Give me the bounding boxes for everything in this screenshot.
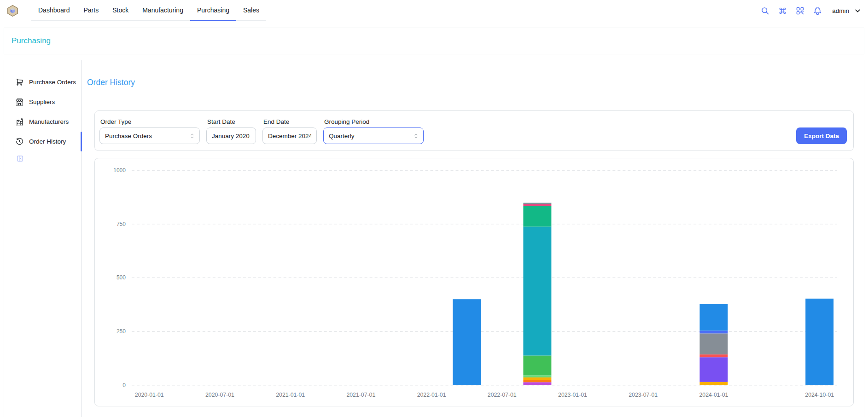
selector-icon	[413, 133, 419, 139]
bar-stack-2024-10-01[interactable]	[805, 299, 833, 385]
nav-tab-dashboard[interactable]: Dashboard	[31, 0, 77, 21]
y-tick-label: 750	[117, 221, 126, 227]
y-tick-label: 500	[117, 275, 126, 281]
content-panel: Purchase OrdersSuppliersManufacturersOrd…	[4, 60, 864, 417]
sidebar-item-order-history[interactable]: Order History	[4, 132, 81, 151]
bar-segment[interactable]	[699, 330, 728, 333]
selector-icon	[189, 133, 196, 139]
sidebar-active-indicator	[81, 132, 82, 151]
nav-tab-stock[interactable]: Stock	[105, 0, 135, 21]
grouping-period-label: Grouping Period	[324, 118, 424, 125]
bar-segment[interactable]	[699, 333, 728, 354]
sidebar-list: Purchase OrdersSuppliersManufacturersOrd…	[4, 72, 81, 151]
user-menu[interactable]: admin	[832, 7, 862, 15]
bar-stack-2022-04-01[interactable]	[453, 299, 481, 385]
sidebar-item-manufacturers[interactable]: Manufacturers	[4, 112, 81, 132]
command-icon	[778, 6, 787, 16]
divider	[87, 96, 856, 96]
start-date-input[interactable]	[206, 127, 256, 144]
order-type-select[interactable]: Purchase Orders	[99, 127, 200, 144]
bar-segment[interactable]	[453, 299, 481, 385]
bell-icon	[813, 6, 822, 16]
panel-collapse-icon	[16, 157, 24, 164]
chart-card: 025050075010002020-01-012020-07-012021-0…	[94, 158, 854, 406]
main-panel: Order History Order Type Purchase Orders…	[82, 60, 864, 417]
bar-segment[interactable]	[523, 377, 551, 380]
x-tick-label: 2023-07-01	[629, 392, 658, 398]
qr-code-icon	[795, 6, 805, 16]
inventree-logo	[5, 0, 20, 21]
sidebar-item-label: Purchase Orders	[29, 79, 76, 86]
bar-segment[interactable]	[523, 226, 551, 355]
bar-segment[interactable]	[523, 204, 551, 206]
end-date-field: End Date	[262, 118, 317, 144]
main-nav: DashboardPartsStockManufacturingPurchasi…	[31, 0, 266, 21]
nav-tab-parts[interactable]: Parts	[77, 0, 106, 21]
y-tick-label: 0	[122, 382, 126, 388]
building-store-icon	[15, 98, 24, 106]
x-tick-label: 2021-07-01	[346, 392, 375, 398]
username-label: admin	[832, 7, 849, 14]
bar-segment[interactable]	[699, 357, 728, 382]
bar-stack-2022-10-01[interactable]	[523, 203, 551, 385]
y-tick-label: 1000	[113, 167, 126, 174]
shopping-cart-icon	[15, 78, 24, 87]
nav-tab-sales[interactable]: Sales	[236, 0, 266, 21]
x-tick-label: 2020-01-01	[135, 392, 164, 398]
sidebar-collapse-button[interactable]	[16, 155, 24, 164]
sidebar-item-label: Manufacturers	[29, 118, 69, 125]
order-type-label: Order Type	[100, 118, 200, 125]
x-tick-label: 2023-01-01	[558, 392, 587, 398]
bar-segment[interactable]	[523, 375, 551, 377]
x-tick-label: 2021-01-01	[276, 392, 305, 398]
bar-segment[interactable]	[523, 382, 551, 385]
header-actions: admin	[757, 0, 863, 21]
bar-segment[interactable]	[523, 203, 551, 204]
bar-segment[interactable]	[699, 354, 728, 357]
bar-segment[interactable]	[699, 304, 728, 330]
search-icon	[760, 6, 770, 16]
x-tick-label: 2022-01-01	[417, 392, 446, 398]
app-header: DashboardPartsStockManufacturingPurchasi…	[0, 0, 868, 21]
nav-tab-purchasing[interactable]: Purchasing	[190, 0, 236, 21]
breadcrumb-panel: Purchasing	[4, 28, 864, 54]
export-data-button[interactable]: Export Data	[796, 127, 847, 144]
sidebar-item-label: Suppliers	[29, 98, 55, 105]
grouping-period-value: Quarterly	[329, 133, 413, 139]
breadcrumb[interactable]: Purchasing	[12, 36, 51, 46]
bar-segment[interactable]	[805, 299, 833, 385]
filter-card: Order Type Purchase Orders Start Date En…	[94, 110, 854, 151]
grouping-period-select[interactable]: Quarterly	[323, 127, 424, 144]
grouping-period-field: Grouping Period Quarterly	[323, 118, 424, 144]
factory-icon	[15, 117, 24, 126]
x-tick-label: 2022-07-01	[488, 392, 517, 398]
end-date-input[interactable]	[262, 127, 317, 144]
nav-tab-manufacturing[interactable]: Manufacturing	[135, 0, 190, 21]
bar-segment[interactable]	[699, 382, 728, 385]
order-type-value: Purchase Orders	[105, 133, 189, 139]
bar-segment[interactable]	[523, 206, 551, 226]
chevron-down-icon	[854, 7, 862, 15]
bar-stack-2024-01-01[interactable]	[699, 304, 728, 385]
x-tick-label: 2024-10-01	[805, 392, 834, 398]
bar-segment[interactable]	[523, 380, 551, 382]
bar-segment[interactable]	[523, 355, 551, 375]
order-type-field: Order Type Purchase Orders	[99, 118, 200, 144]
bell-button[interactable]	[810, 3, 825, 18]
order-history-chart: 025050075010002020-01-012020-07-012021-0…	[95, 158, 853, 406]
start-date-label: Start Date	[207, 118, 256, 125]
history-icon	[15, 137, 24, 146]
end-date-label: End Date	[263, 118, 317, 125]
page-title: Order History	[87, 78, 864, 87]
command-button[interactable]	[775, 3, 790, 18]
sidebar-item-suppliers[interactable]: Suppliers	[4, 92, 81, 112]
x-tick-label: 2024-01-01	[699, 392, 728, 398]
sidebar-item-purchase-orders[interactable]: Purchase Orders	[4, 72, 81, 92]
y-tick-label: 250	[117, 328, 126, 335]
start-date-field: Start Date	[206, 118, 256, 144]
search-button[interactable]	[757, 3, 772, 18]
x-tick-label: 2020-07-01	[205, 392, 234, 398]
qr-code-button[interactable]	[792, 3, 807, 18]
sidebar: Purchase OrdersSuppliersManufacturersOrd…	[4, 60, 82, 417]
sidebar-item-label: Order History	[29, 138, 66, 145]
